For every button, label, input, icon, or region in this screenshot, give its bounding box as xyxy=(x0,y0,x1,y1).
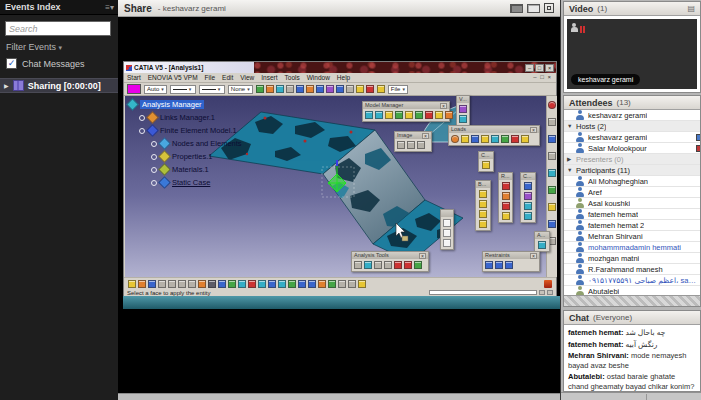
toolbar-icon[interactable] xyxy=(404,261,412,269)
attendee-row[interactable]: Ali Mohagheghian xyxy=(564,176,700,187)
toolbar-icon[interactable] xyxy=(346,85,354,93)
toolbar-icon[interactable] xyxy=(158,280,166,288)
toolbar-icon[interactable] xyxy=(276,85,284,93)
toolbar-icon[interactable] xyxy=(286,85,294,93)
group-arrow-icon[interactable]: ▶ xyxy=(567,156,573,162)
attendee-row[interactable]: Asal koushki xyxy=(564,198,700,209)
menu-item[interactable]: Insert xyxy=(261,74,277,81)
share-scrollbar[interactable] xyxy=(118,393,560,400)
toolbar-icon[interactable] xyxy=(459,105,467,113)
toolbar-icon[interactable] xyxy=(511,135,519,143)
toolbar-icon[interactable] xyxy=(502,192,510,200)
close-icon[interactable]: × xyxy=(440,103,447,109)
toolbar-icon[interactable] xyxy=(479,220,487,228)
toolbar-icon[interactable] xyxy=(548,203,556,211)
toolbar-icon[interactable] xyxy=(524,202,532,210)
expand-arrow-icon[interactable]: ▶ xyxy=(4,82,9,89)
toolbar-icon[interactable] xyxy=(443,239,451,247)
toolbar-icon[interactable] xyxy=(198,280,206,288)
status-button[interactable] xyxy=(539,290,545,295)
toolbar-icon[interactable] xyxy=(521,135,529,143)
toolbar-icon[interactable] xyxy=(482,161,490,169)
close-icon[interactable]: × xyxy=(419,253,426,259)
toolbar-icon[interactable] xyxy=(128,280,136,288)
menu-item[interactable]: File xyxy=(205,74,215,81)
attendee-row[interactable]: mohammmadamin hemmati xyxy=(564,242,700,253)
toolbar-icon[interactable] xyxy=(278,280,286,288)
toolbar-icon[interactable] xyxy=(358,280,366,288)
filter-events-dropdown[interactable]: Filter Events ▾ xyxy=(6,42,62,52)
pod-resize-handle[interactable] xyxy=(564,295,700,306)
toolbar-icon[interactable] xyxy=(548,186,556,194)
tree-node[interactable]: Finite Element Model.1 xyxy=(128,124,298,137)
toolbar-icon[interactable] xyxy=(405,111,413,119)
toolbar-icon[interactable] xyxy=(338,280,346,288)
toolbar-icon[interactable] xyxy=(318,280,326,288)
toolbar-icon[interactable] xyxy=(524,182,532,190)
toolbar-icon[interactable] xyxy=(238,280,246,288)
toolbar-icon[interactable] xyxy=(356,85,364,93)
tree-node[interactable]: Analysis Manager xyxy=(128,98,298,111)
attendee-row[interactable]: fatemeh hemat xyxy=(564,209,700,220)
close-icon[interactable]: × xyxy=(530,127,537,133)
checkbox-checked-icon[interactable]: ✓ xyxy=(6,58,17,69)
toolbar-icon[interactable] xyxy=(502,202,510,210)
menu-item[interactable]: Help xyxy=(337,74,350,81)
toolbar-icon[interactable] xyxy=(228,280,236,288)
menu-item[interactable]: Edit xyxy=(222,74,233,81)
maximize-button[interactable]: □ xyxy=(535,64,544,72)
toolbar-icon[interactable] xyxy=(354,261,362,269)
toolbar-icon[interactable] xyxy=(138,280,146,288)
toolbar-icon[interactable] xyxy=(495,261,503,269)
toolbar-icon[interactable] xyxy=(336,85,344,93)
toolbar-icon[interactable] xyxy=(384,261,392,269)
toolbar-icon[interactable] xyxy=(415,111,423,119)
toolbar-icon[interactable] xyxy=(365,111,373,119)
toolbar-icon[interactable] xyxy=(491,135,499,143)
toolbar-icon[interactable] xyxy=(148,280,156,288)
view-mode-active-icon[interactable] xyxy=(510,4,523,13)
toolbar-icon[interactable] xyxy=(407,141,415,149)
attendee-row[interactable]: mozhgan matni xyxy=(564,253,700,264)
panel-menu-icon[interactable]: ≡▾ xyxy=(105,3,114,12)
toolbar-icon[interactable] xyxy=(375,111,383,119)
toolbar-icon[interactable] xyxy=(326,85,334,93)
attendee-row[interactable]: keshavarz gerami xyxy=(564,110,700,121)
toolbar-icon[interactable] xyxy=(548,101,556,109)
toolbar-icon[interactable] xyxy=(479,200,487,208)
toolbar-icon[interactable] xyxy=(328,280,336,288)
toolbar-icon[interactable] xyxy=(479,210,487,218)
tree-node[interactable]: Properties.1 xyxy=(128,150,298,163)
toolbar-icon[interactable] xyxy=(548,152,556,160)
toolbar-icon[interactable] xyxy=(168,280,176,288)
search-input[interactable] xyxy=(5,21,111,36)
close-button[interactable]: × xyxy=(545,64,554,72)
status-button-2[interactable] xyxy=(547,290,553,295)
fullscreen-icon[interactable] xyxy=(544,3,554,13)
attendee-row[interactable]: ▼ Participants (11) xyxy=(564,165,700,176)
toolbar-icon[interactable] xyxy=(445,111,453,119)
toolbar-icon[interactable] xyxy=(296,85,304,93)
menu-item[interactable]: ENOVIA V5 VPM xyxy=(148,74,198,81)
toolbar-icon[interactable] xyxy=(266,85,274,93)
toolbar-icon[interactable] xyxy=(268,280,276,288)
thickness-combo[interactable]: Auto xyxy=(144,85,167,94)
group-arrow-icon[interactable]: ▼ xyxy=(567,167,573,173)
tree-node[interactable]: Links Manager.1 xyxy=(128,111,298,124)
video-feed[interactable]: keshavarz gerami xyxy=(567,19,697,89)
attendee-row[interactable]: اعظم صباحی ۰۹۱۵۱۷۷۵۵۹۱، sabahiazam545@gm… xyxy=(564,275,700,286)
toolbar-icon[interactable] xyxy=(188,280,196,288)
toolbar-icon[interactable] xyxy=(298,280,306,288)
toolbar-icon[interactable] xyxy=(395,111,403,119)
toolbar-icon[interactable] xyxy=(316,85,324,93)
attendee-row[interactable]: fatemeh hemat 2 xyxy=(564,220,700,231)
linetype-combo[interactable] xyxy=(170,85,196,94)
tree-node[interactable]: Nodes and Elements xyxy=(128,137,298,150)
toolbar-icon[interactable] xyxy=(505,261,513,269)
toolbar-icon[interactable] xyxy=(348,280,356,288)
toolbar-icon[interactable] xyxy=(258,280,266,288)
toolbar-icon[interactable] xyxy=(548,135,556,143)
toolbar-icon[interactable] xyxy=(435,111,443,119)
toolbar-icon[interactable] xyxy=(548,169,556,177)
toolbar-icon[interactable] xyxy=(479,190,487,198)
